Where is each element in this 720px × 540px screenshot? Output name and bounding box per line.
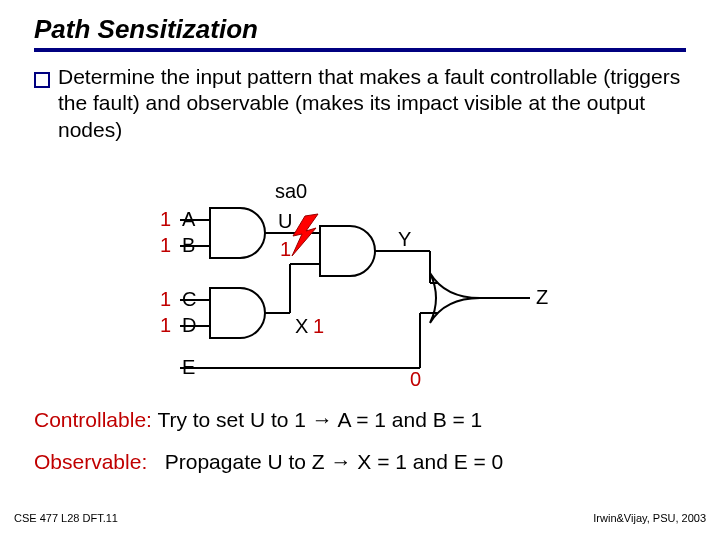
signal-Y-label: Y <box>398 228 411 250</box>
controllable-label: Controllable: <box>34 408 152 431</box>
bullet-icon <box>34 72 50 88</box>
title-rule <box>34 48 686 52</box>
svg-marker-16 <box>292 214 318 256</box>
signal-U-value: 1 <box>280 238 291 260</box>
footer-left: CSE 477 L28 DFT.11 <box>14 512 118 524</box>
input-B-value: 1 <box>160 234 171 256</box>
input-A-value: 1 <box>160 208 171 230</box>
or-gate-Z <box>180 251 530 368</box>
fault-label: sa0 <box>275 180 307 202</box>
and-gate-X <box>180 288 290 338</box>
footer-right: Irwin&Vijay, PSU, 2003 <box>593 512 706 524</box>
observable-label: Observable: <box>34 450 147 473</box>
slide-title: Path Sensitization <box>34 14 258 45</box>
signal-E-value: 0 <box>410 368 421 388</box>
signal-X-label: X <box>295 315 308 337</box>
fault-marker-icon <box>292 214 318 256</box>
signal-Z-label: Z <box>536 286 548 308</box>
observable-line: Observable: Propagate U to Z → X = 1 and… <box>34 450 503 474</box>
input-A-label: A <box>182 208 196 230</box>
input-C-label: C <box>182 288 196 310</box>
signal-X-value: 1 <box>313 315 324 337</box>
observable-text: Propagate U to Z → X = 1 and E = 0 <box>165 450 504 473</box>
controllable-text: Try to set U to 1 → A = 1 and B = 1 <box>157 408 482 431</box>
controllable-line: Controllable: Try to set U to 1 → A = 1 … <box>34 408 482 432</box>
input-D-value: 1 <box>160 314 171 336</box>
circuit-diagram: sa0 1 A 1 B 1 C 1 D E U 1 X 1 Y Z 0 <box>120 178 580 388</box>
signal-U-label: U <box>278 210 292 232</box>
body-text: Determine the input pattern that makes a… <box>58 64 686 143</box>
input-B-label: B <box>182 234 195 256</box>
input-E-label: E <box>182 356 195 378</box>
input-D-label: D <box>182 314 196 336</box>
input-C-value: 1 <box>160 288 171 310</box>
